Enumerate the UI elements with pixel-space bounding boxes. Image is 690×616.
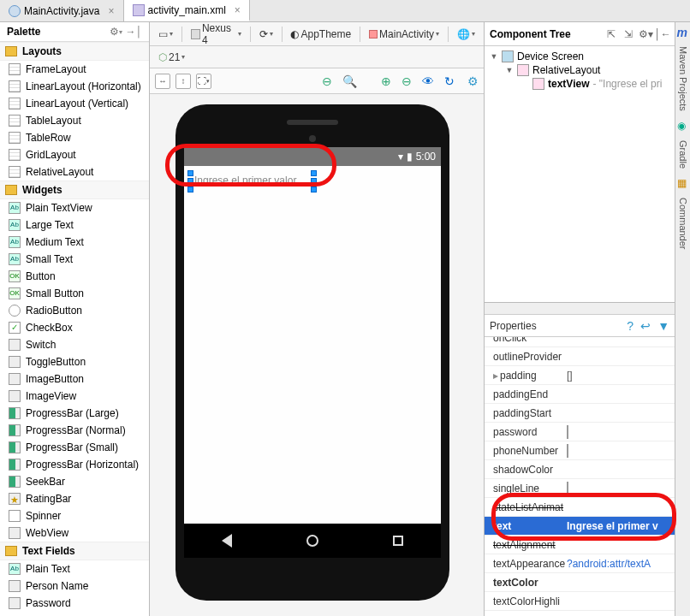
- undo-icon[interactable]: ↩: [640, 319, 651, 333]
- gear-icon[interactable]: ⚙: [467, 74, 479, 88]
- rotate-icon[interactable]: ⟳▾: [256, 27, 277, 42]
- checkbox[interactable]: [567, 425, 568, 439]
- palette-item[interactable]: LinearLayout (Horizontal): [0, 78, 149, 95]
- zoom-in-icon[interactable]: ⊕: [381, 74, 391, 88]
- palette-group[interactable]: Layouts: [0, 42, 149, 61]
- palette-item[interactable]: Switch: [0, 336, 149, 353]
- device-screen[interactable]: ▾ ▮ 5:00 Ingrese el primer valor: [184, 147, 441, 558]
- gradle-icon[interactable]: ◉: [677, 120, 689, 132]
- palette-item[interactable]: ImageButton: [0, 370, 149, 388]
- sidebar-tab-commander[interactable]: Commander: [677, 192, 689, 255]
- palette-group[interactable]: Text Fields: [0, 542, 149, 560]
- phone-orient-icon[interactable]: ▭▾: [155, 27, 176, 42]
- palette-item[interactable]: Person Name: [0, 578, 149, 595]
- eye-icon[interactable]: 👁: [422, 74, 434, 88]
- property-row[interactable]: singleLine: [485, 479, 675, 498]
- collapse-icon[interactable]: →│: [126, 26, 143, 38]
- palette-item[interactable]: Spinner: [0, 507, 149, 524]
- component-tree[interactable]: ▼Device Screen▼RelativeLayouttextView - …: [485, 46, 675, 303]
- zoom-fit-icon[interactable]: 🔍: [342, 74, 357, 88]
- property-row[interactable]: textIngrese el primer v: [485, 517, 675, 536]
- palette-item[interactable]: AbSmall Text: [0, 251, 149, 268]
- property-row[interactable]: textColorHighli: [485, 592, 675, 611]
- property-row[interactable]: paddingStart: [485, 404, 675, 423]
- palette-item[interactable]: WebView: [0, 524, 149, 542]
- palette-item[interactable]: AbPlain TextView: [0, 199, 149, 216]
- gear-icon[interactable]: ⚙: [110, 26, 119, 38]
- tab-activity-main[interactable]: activity_main.xml ×: [124, 0, 250, 21]
- back-icon[interactable]: [222, 534, 232, 548]
- marquee-btn[interactable]: ⛶▾: [196, 74, 211, 89]
- palette-item[interactable]: TableRow: [0, 129, 149, 146]
- palette-item[interactable]: ProgressBar (Small): [0, 439, 149, 456]
- status-time: 5:00: [416, 151, 436, 163]
- properties-table[interactable]: onClickoutlineProvider▸padding[]paddingE…: [485, 337, 675, 616]
- palette-item[interactable]: GridLayout: [0, 146, 149, 163]
- sidebar-tab-gradle[interactable]: Gradle: [677, 135, 689, 174]
- property-row[interactable]: password: [485, 423, 675, 441]
- tree-node[interactable]: ▼Device Screen: [486, 50, 673, 63]
- checkbox[interactable]: [567, 444, 568, 458]
- help-icon[interactable]: ?: [627, 319, 633, 333]
- expand-icon[interactable]: ⇱: [604, 27, 618, 41]
- palette-item[interactable]: ✓CheckBox: [0, 319, 149, 336]
- checkbox[interactable]: [567, 482, 568, 495]
- property-row[interactable]: phoneNumber: [485, 441, 675, 460]
- close-icon[interactable]: ×: [235, 4, 241, 16]
- property-row[interactable]: ▸padding[]: [485, 366, 675, 385]
- palette-item[interactable]: SeekBar: [0, 473, 149, 490]
- property-row[interactable]: textColor: [485, 573, 675, 592]
- palette-item[interactable]: ProgressBar (Large): [0, 405, 149, 422]
- collapse-icon[interactable]: ⇲: [622, 27, 635, 41]
- globe-icon[interactable]: 🌐▾: [454, 27, 479, 42]
- palette-item[interactable]: Password: [0, 595, 149, 611]
- refresh-icon[interactable]: ↻: [444, 74, 455, 88]
- hide-icon[interactable]: │←: [656, 27, 669, 41]
- textview-selected[interactable]: Ingrese el primer valor: [191, 173, 300, 188]
- home-icon[interactable]: [306, 535, 318, 547]
- palette-item[interactable]: AbPlain Text: [0, 560, 149, 578]
- zoom-out-icon[interactable]: ⊖: [322, 74, 332, 88]
- theme-selector[interactable]: ◐AppTheme: [287, 27, 354, 42]
- tab-mainactivity[interactable]: MainActivity.java ×: [0, 0, 124, 21]
- property-row[interactable]: paddingEnd: [485, 385, 675, 404]
- palette-item[interactable]: TableLayout: [0, 112, 149, 129]
- device-selector[interactable]: Nexus 4▾: [187, 21, 245, 48]
- property-row[interactable]: outlineProvider: [485, 347, 675, 366]
- gear-icon[interactable]: ⚙▾: [639, 27, 652, 41]
- property-row[interactable]: shadowColor: [485, 460, 675, 479]
- palette-item[interactable]: OKButton: [0, 268, 149, 285]
- property-row[interactable]: textAppearance?android:attr/textA: [485, 554, 675, 573]
- commander-icon[interactable]: ▦: [677, 177, 689, 189]
- scrollbar[interactable]: [485, 303, 675, 315]
- palette-item[interactable]: RadioButton: [0, 302, 149, 319]
- property-row[interactable]: textAlignment: [485, 536, 675, 554]
- palette-item[interactable]: ProgressBar (Normal): [0, 422, 149, 439]
- palette-item[interactable]: ImageView: [0, 388, 149, 405]
- palette-group[interactable]: Widgets: [0, 181, 149, 199]
- tree-node[interactable]: textView - "Ingrese el pri: [486, 77, 673, 91]
- palette-item[interactable]: AbMedium Text: [0, 234, 149, 251]
- filter-icon[interactable]: ▼: [657, 319, 669, 333]
- palette-item[interactable]: LinearLayout (Vertical): [0, 95, 149, 112]
- close-icon[interactable]: ×: [108, 5, 114, 17]
- palette-item[interactable]: OKSmall Button: [0, 285, 149, 302]
- palette-item[interactable]: AbLarge Text: [0, 216, 149, 234]
- palette-item[interactable]: ToggleButton: [0, 353, 149, 370]
- api-level-selector[interactable]: ⬡21▾: [155, 50, 188, 65]
- sidebar-tab-maven[interactable]: Maven Projects: [677, 41, 689, 116]
- recent-icon[interactable]: [393, 536, 403, 546]
- tree-node[interactable]: ▼RelativeLayout: [486, 63, 673, 77]
- palette-item[interactable]: ★RatingBar: [0, 490, 149, 507]
- activity-selector[interactable]: MainActivity▾: [366, 27, 443, 42]
- property-row[interactable]: onClick: [485, 337, 675, 347]
- align-btn[interactable]: ↔: [155, 74, 170, 89]
- align-btn[interactable]: ↕: [175, 74, 191, 89]
- zoom-actual-icon[interactable]: ⊖: [402, 74, 412, 88]
- palette-item[interactable]: FrameLayout: [0, 61, 149, 78]
- palette-item[interactable]: ProgressBar (Horizontal): [0, 456, 149, 473]
- maven-icon[interactable]: m: [677, 26, 689, 38]
- property-row[interactable]: stateListAnimat: [485, 498, 675, 517]
- android-nav-bar: [184, 524, 441, 558]
- palette-item[interactable]: RelativeLayout: [0, 163, 149, 181]
